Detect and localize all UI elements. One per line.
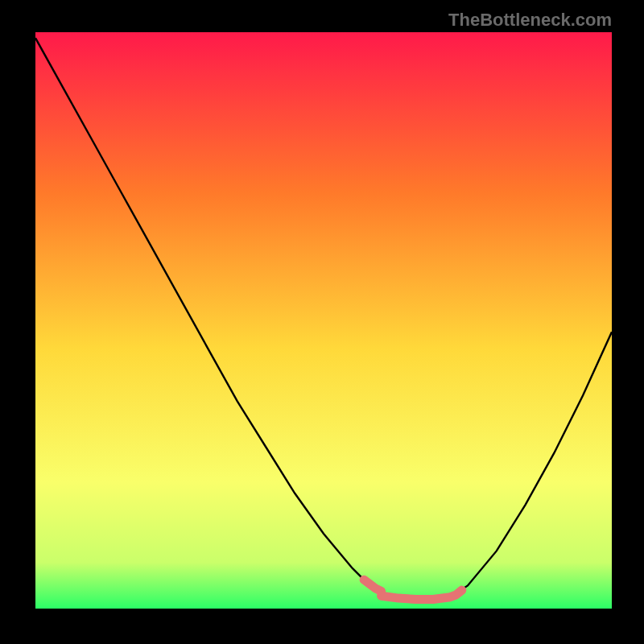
bottleneck-curve <box>35 32 612 609</box>
chart-container: TheBottleneck.com <box>0 0 644 644</box>
watermark-text: TheBottleneck.com <box>448 10 612 31</box>
plot-area <box>35 32 612 609</box>
